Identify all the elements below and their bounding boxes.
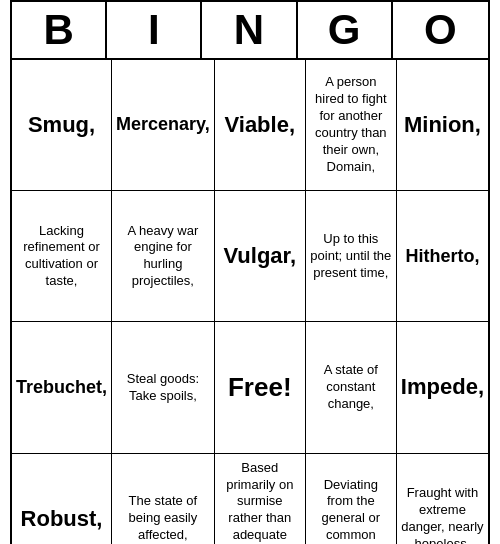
bingo-cell: Based primarily on surmise rather than a… bbox=[215, 454, 306, 544]
header-letter: O bbox=[393, 2, 488, 58]
bingo-cell: Minion, bbox=[397, 60, 488, 191]
bingo-cell: Up to this point; until the present time… bbox=[306, 191, 397, 322]
bingo-cell: Vulgar, bbox=[215, 191, 306, 322]
bingo-cell: Steal goods: Take spoils, bbox=[112, 322, 215, 453]
header-letter: N bbox=[202, 2, 297, 58]
bingo-cell: Smug, bbox=[12, 60, 112, 191]
header-letter: I bbox=[107, 2, 202, 58]
bingo-cell: Trebuchet, bbox=[12, 322, 112, 453]
bingo-cell: A person hired to fight for another coun… bbox=[306, 60, 397, 191]
bingo-cell: Mercenary, bbox=[112, 60, 215, 191]
bingo-cell: Deviating from the general or common ord… bbox=[306, 454, 397, 544]
bingo-cell: Impede, bbox=[397, 322, 488, 453]
bingo-grid: Smug,Mercenary,Viable,A person hired to … bbox=[12, 60, 488, 544]
bingo-cell: A state of constant change, bbox=[306, 322, 397, 453]
bingo-card: BINGO Smug,Mercenary,Viable,A person hir… bbox=[10, 0, 490, 544]
bingo-cell: A heavy war engine for hurling projectil… bbox=[112, 191, 215, 322]
header-letter: G bbox=[298, 2, 393, 58]
bingo-header: BINGO bbox=[12, 2, 488, 60]
bingo-cell: Fraught with extreme danger, nearly hope… bbox=[397, 454, 488, 544]
bingo-cell: The state of being easily affected, bbox=[112, 454, 215, 544]
bingo-cell: Hitherto, bbox=[397, 191, 488, 322]
bingo-cell: Lacking refinement or cultivation or tas… bbox=[12, 191, 112, 322]
header-letter: B bbox=[12, 2, 107, 58]
bingo-cell: Robust, bbox=[12, 454, 112, 544]
bingo-cell: Free! bbox=[215, 322, 306, 453]
bingo-cell: Viable, bbox=[215, 60, 306, 191]
